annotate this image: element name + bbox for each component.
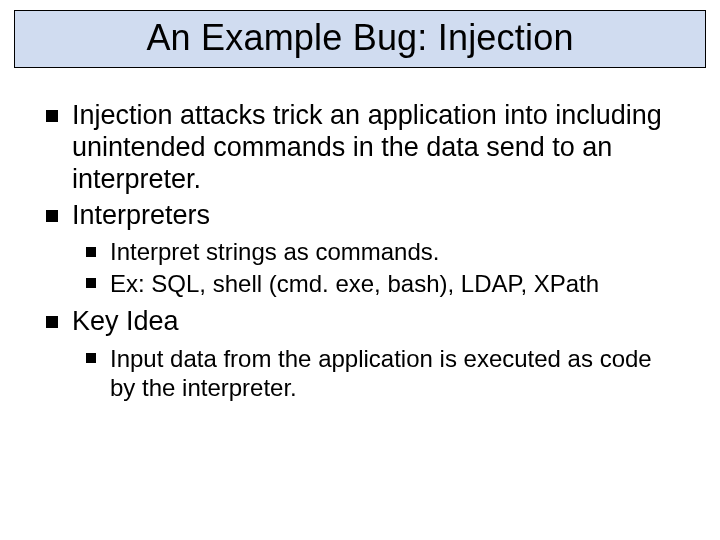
title-box: An Example Bug: Injection bbox=[14, 10, 706, 68]
list-item-text: Ex: SQL, shell (cmd. exe, bash), LDAP, X… bbox=[110, 270, 599, 297]
list-item: Interpreters Interpret strings as comman… bbox=[46, 200, 674, 298]
slide: An Example Bug: Injection Injection atta… bbox=[0, 10, 720, 540]
sub-bullet-list: Input data from the application is execu… bbox=[72, 344, 674, 403]
list-item: Ex: SQL, shell (cmd. exe, bash), LDAP, X… bbox=[86, 269, 674, 298]
sub-bullet-list: Interpret strings as commands. Ex: SQL, … bbox=[72, 237, 674, 298]
list-item-text: Key Idea bbox=[72, 306, 179, 336]
bullet-list: Injection attacks trick an application i… bbox=[46, 100, 674, 402]
list-item: Injection attacks trick an application i… bbox=[46, 100, 674, 196]
list-item: Input data from the application is execu… bbox=[86, 344, 674, 403]
list-item-text: Input data from the application is execu… bbox=[110, 345, 652, 401]
list-item: Interpret strings as commands. bbox=[86, 237, 674, 266]
list-item-text: Injection attacks trick an application i… bbox=[72, 100, 662, 194]
list-item-text: Interpret strings as commands. bbox=[110, 238, 439, 265]
slide-body: Injection attacks trick an application i… bbox=[0, 68, 720, 402]
slide-title: An Example Bug: Injection bbox=[15, 17, 705, 59]
list-item: Key Idea Input data from the application… bbox=[46, 306, 674, 402]
list-item-text: Interpreters bbox=[72, 200, 210, 230]
